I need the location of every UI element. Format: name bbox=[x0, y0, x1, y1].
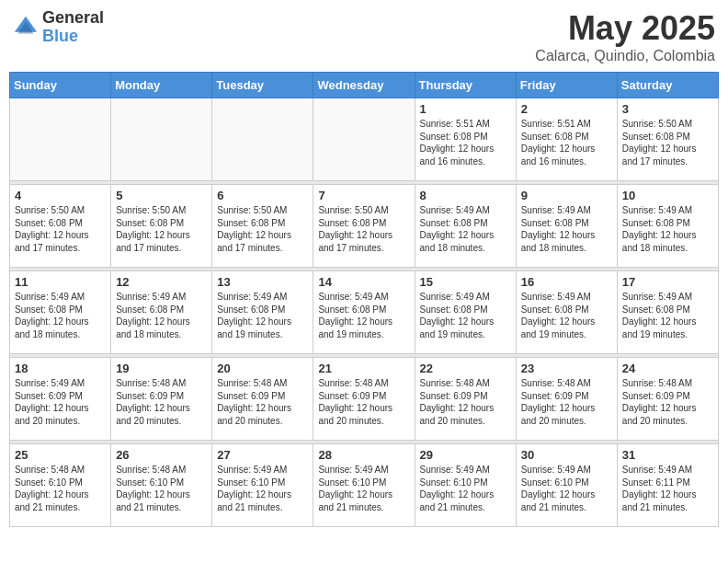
day-number: 29 bbox=[420, 448, 511, 462]
calendar-cell bbox=[111, 98, 212, 181]
weekday-header-row: SundayMondayTuesdayWednesdayThursdayFrid… bbox=[10, 73, 719, 98]
day-info: Sunrise: 5:49 AM Sunset: 6:08 PM Dayligh… bbox=[622, 291, 713, 340]
subtitle: Calarca, Quindio, Colombia bbox=[535, 48, 715, 64]
weekday-header: Friday bbox=[516, 73, 617, 98]
day-number: 5 bbox=[116, 189, 207, 202]
day-number: 19 bbox=[116, 362, 207, 375]
calendar-week-row: 1Sunrise: 5:51 AM Sunset: 6:08 PM Daylig… bbox=[10, 98, 719, 181]
logo-blue: Blue bbox=[42, 28, 104, 46]
calendar-cell: 11Sunrise: 5:49 AM Sunset: 6:08 PM Dayli… bbox=[10, 271, 111, 354]
calendar-cell bbox=[10, 98, 111, 181]
day-number: 17 bbox=[622, 275, 713, 289]
day-info: Sunrise: 5:49 AM Sunset: 6:08 PM Dayligh… bbox=[521, 291, 612, 340]
day-number: 14 bbox=[318, 275, 409, 289]
calendar-cell: 6Sunrise: 5:50 AM Sunset: 6:08 PM Daylig… bbox=[212, 185, 313, 268]
day-number: 27 bbox=[217, 448, 308, 462]
weekday-header: Sunday bbox=[10, 73, 111, 98]
calendar-cell: 5Sunrise: 5:50 AM Sunset: 6:08 PM Daylig… bbox=[111, 185, 212, 268]
day-info: Sunrise: 5:49 AM Sunset: 6:10 PM Dayligh… bbox=[521, 464, 612, 513]
day-number: 22 bbox=[420, 362, 511, 375]
day-number: 6 bbox=[217, 189, 308, 202]
calendar-cell: 3Sunrise: 5:50 AM Sunset: 6:08 PM Daylig… bbox=[617, 98, 718, 181]
day-info: Sunrise: 5:48 AM Sunset: 6:09 PM Dayligh… bbox=[116, 377, 207, 427]
calendar-cell: 19Sunrise: 5:48 AM Sunset: 6:09 PM Dayli… bbox=[111, 358, 212, 441]
calendar-cell: 24Sunrise: 5:48 AM Sunset: 6:09 PM Dayli… bbox=[617, 358, 718, 441]
day-number: 7 bbox=[318, 189, 409, 202]
calendar-cell: 23Sunrise: 5:48 AM Sunset: 6:09 PM Dayli… bbox=[516, 358, 617, 441]
logo-text: General Blue bbox=[42, 9, 104, 46]
day-number: 15 bbox=[420, 275, 511, 289]
month-title: May 2025 bbox=[535, 9, 715, 48]
day-number: 26 bbox=[116, 448, 207, 462]
calendar-cell: 20Sunrise: 5:48 AM Sunset: 6:09 PM Dayli… bbox=[212, 358, 313, 441]
day-info: Sunrise: 5:49 AM Sunset: 6:08 PM Dayligh… bbox=[318, 291, 409, 340]
calendar-cell: 30Sunrise: 5:49 AM Sunset: 6:10 PM Dayli… bbox=[516, 444, 617, 527]
day-info: Sunrise: 5:49 AM Sunset: 6:10 PM Dayligh… bbox=[420, 464, 511, 513]
day-number: 25 bbox=[15, 448, 106, 462]
calendar-cell: 4Sunrise: 5:50 AM Sunset: 6:08 PM Daylig… bbox=[10, 185, 111, 268]
day-number: 11 bbox=[15, 275, 106, 289]
calendar-cell: 22Sunrise: 5:48 AM Sunset: 6:09 PM Dayli… bbox=[415, 358, 516, 441]
calendar-cell: 1Sunrise: 5:51 AM Sunset: 6:08 PM Daylig… bbox=[415, 98, 516, 181]
day-number: 10 bbox=[622, 189, 713, 202]
day-info: Sunrise: 5:50 AM Sunset: 6:08 PM Dayligh… bbox=[217, 204, 308, 254]
calendar-cell: 16Sunrise: 5:49 AM Sunset: 6:08 PM Dayli… bbox=[516, 271, 617, 354]
calendar-cell: 18Sunrise: 5:49 AM Sunset: 6:09 PM Dayli… bbox=[10, 358, 111, 441]
day-info: Sunrise: 5:48 AM Sunset: 6:10 PM Dayligh… bbox=[15, 464, 106, 513]
logo: General Blue bbox=[13, 9, 104, 46]
calendar-cell: 13Sunrise: 5:49 AM Sunset: 6:08 PM Dayli… bbox=[212, 271, 313, 354]
day-number: 12 bbox=[116, 275, 207, 289]
day-number: 9 bbox=[521, 189, 612, 202]
calendar-table: SundayMondayTuesdayWednesdayThursdayFrid… bbox=[9, 72, 719, 527]
day-info: Sunrise: 5:51 AM Sunset: 6:08 PM Dayligh… bbox=[521, 118, 612, 167]
page-header: General Blue May 2025 Calarca, Quindio, … bbox=[9, 9, 719, 64]
day-number: 20 bbox=[217, 362, 308, 375]
calendar-cell: 7Sunrise: 5:50 AM Sunset: 6:08 PM Daylig… bbox=[313, 185, 415, 268]
day-info: Sunrise: 5:50 AM Sunset: 6:08 PM Dayligh… bbox=[15, 204, 106, 254]
calendar-cell: 9Sunrise: 5:49 AM Sunset: 6:08 PM Daylig… bbox=[516, 185, 617, 268]
day-info: Sunrise: 5:49 AM Sunset: 6:08 PM Dayligh… bbox=[15, 291, 106, 340]
day-number: 21 bbox=[318, 362, 409, 375]
calendar-week-row: 25Sunrise: 5:48 AM Sunset: 6:10 PM Dayli… bbox=[10, 444, 719, 527]
day-info: Sunrise: 5:51 AM Sunset: 6:08 PM Dayligh… bbox=[420, 118, 511, 167]
day-info: Sunrise: 5:49 AM Sunset: 6:11 PM Dayligh… bbox=[622, 464, 713, 513]
day-info: Sunrise: 5:50 AM Sunset: 6:08 PM Dayligh… bbox=[318, 204, 409, 254]
day-info: Sunrise: 5:49 AM Sunset: 6:08 PM Dayligh… bbox=[217, 291, 308, 340]
day-info: Sunrise: 5:48 AM Sunset: 6:09 PM Dayligh… bbox=[622, 377, 713, 427]
day-number: 4 bbox=[15, 189, 106, 202]
weekday-header: Tuesday bbox=[212, 73, 313, 98]
calendar-cell: 29Sunrise: 5:49 AM Sunset: 6:10 PM Dayli… bbox=[415, 444, 516, 527]
calendar-week-row: 11Sunrise: 5:49 AM Sunset: 6:08 PM Dayli… bbox=[10, 271, 719, 354]
day-info: Sunrise: 5:49 AM Sunset: 6:10 PM Dayligh… bbox=[217, 464, 308, 513]
day-number: 28 bbox=[318, 448, 409, 462]
weekday-header: Saturday bbox=[617, 73, 718, 98]
calendar-cell: 21Sunrise: 5:48 AM Sunset: 6:09 PM Dayli… bbox=[313, 358, 415, 441]
title-section: May 2025 Calarca, Quindio, Colombia bbox=[535, 9, 715, 64]
calendar-cell: 27Sunrise: 5:49 AM Sunset: 6:10 PM Dayli… bbox=[212, 444, 313, 527]
calendar-cell: 17Sunrise: 5:49 AM Sunset: 6:08 PM Dayli… bbox=[617, 271, 718, 354]
calendar-cell: 15Sunrise: 5:49 AM Sunset: 6:08 PM Dayli… bbox=[415, 271, 516, 354]
weekday-header: Monday bbox=[111, 73, 212, 98]
calendar-week-row: 4Sunrise: 5:50 AM Sunset: 6:08 PM Daylig… bbox=[10, 185, 719, 268]
day-number: 31 bbox=[622, 448, 713, 462]
calendar-week-row: 18Sunrise: 5:49 AM Sunset: 6:09 PM Dayli… bbox=[10, 358, 719, 441]
calendar-cell: 12Sunrise: 5:49 AM Sunset: 6:08 PM Dayli… bbox=[111, 271, 212, 354]
day-number: 1 bbox=[420, 102, 511, 116]
day-info: Sunrise: 5:49 AM Sunset: 6:08 PM Dayligh… bbox=[116, 291, 207, 340]
calendar-cell: 14Sunrise: 5:49 AM Sunset: 6:08 PM Dayli… bbox=[313, 271, 415, 354]
weekday-header: Thursday bbox=[415, 73, 516, 98]
day-info: Sunrise: 5:49 AM Sunset: 6:08 PM Dayligh… bbox=[521, 204, 612, 254]
day-number: 16 bbox=[521, 275, 612, 289]
calendar-cell: 28Sunrise: 5:49 AM Sunset: 6:10 PM Dayli… bbox=[313, 444, 415, 527]
day-info: Sunrise: 5:49 AM Sunset: 6:08 PM Dayligh… bbox=[420, 204, 511, 254]
day-info: Sunrise: 5:48 AM Sunset: 6:09 PM Dayligh… bbox=[420, 377, 511, 427]
calendar-cell bbox=[313, 98, 415, 181]
day-info: Sunrise: 5:50 AM Sunset: 6:08 PM Dayligh… bbox=[622, 118, 713, 167]
calendar-cell: 31Sunrise: 5:49 AM Sunset: 6:11 PM Dayli… bbox=[617, 444, 718, 527]
day-info: Sunrise: 5:49 AM Sunset: 6:08 PM Dayligh… bbox=[622, 204, 713, 254]
day-info: Sunrise: 5:50 AM Sunset: 6:08 PM Dayligh… bbox=[116, 204, 207, 254]
calendar-cell: 8Sunrise: 5:49 AM Sunset: 6:08 PM Daylig… bbox=[415, 185, 516, 268]
day-info: Sunrise: 5:49 AM Sunset: 6:09 PM Dayligh… bbox=[15, 377, 106, 427]
day-number: 2 bbox=[521, 102, 612, 116]
calendar-cell: 2Sunrise: 5:51 AM Sunset: 6:08 PM Daylig… bbox=[516, 98, 617, 181]
